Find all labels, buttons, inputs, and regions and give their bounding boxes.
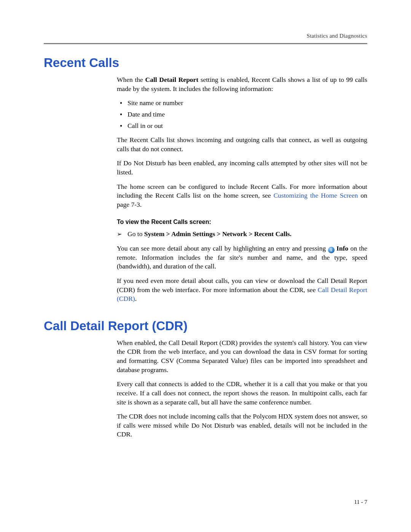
- paragraph: Every call that connects is added to the…: [117, 380, 367, 407]
- paragraph: If Do Not Disturb has been enabled, any …: [117, 159, 367, 177]
- bold-term: Call Detail Report: [145, 76, 199, 83]
- section1-body: When the Call Detail Report setting is e…: [117, 75, 367, 304]
- top-rule: [44, 43, 367, 44]
- paragraph: The home screen can be configured to inc…: [117, 182, 367, 209]
- step-item: ➢ Go to System > Admin Settings > Networ…: [117, 230, 367, 239]
- paragraph: The CDR does not include incoming calls …: [117, 412, 367, 439]
- list-item: Site name or number: [117, 99, 367, 108]
- info-bullet-list: Site name or number Date and time Call i…: [117, 99, 367, 130]
- section2-body: When enabled, the Call Detail Report (CD…: [117, 339, 367, 439]
- intro-paragraph: When the Call Detail Report setting is e…: [117, 75, 367, 93]
- subheading-view-recent-calls: To view the Recent Calls screen:: [117, 218, 367, 226]
- info-icon: i: [328, 247, 335, 253]
- heading-recent-calls: Recent Calls: [44, 56, 367, 70]
- paragraph: When enabled, the Call Detail Report (CD…: [117, 339, 367, 375]
- page-number: 11 - 7: [354, 499, 367, 505]
- text: When the: [117, 76, 145, 83]
- text: .: [135, 295, 137, 302]
- page: Statistics and Diagnostics Recent Calls …: [0, 0, 411, 532]
- info-label: Info: [335, 244, 349, 252]
- nav-path: System > Admin Settings > Network > Rece…: [144, 230, 292, 238]
- heading-cdr: Call Detail Report (CDR): [44, 319, 367, 333]
- paragraph: You can see more detail about any call b…: [117, 244, 367, 271]
- paragraph: If you need even more detail about calls…: [117, 276, 367, 304]
- text: Go to: [127, 230, 144, 238]
- text: You can see more detail about any call b…: [117, 244, 328, 252]
- paragraph: The Recent Calls list shows incoming and…: [117, 136, 367, 153]
- list-item: Call in or out: [117, 121, 367, 131]
- link-customizing-home-screen[interactable]: Customizing the Home Screen: [274, 192, 358, 199]
- step-arrow-icon: ➢: [117, 230, 122, 238]
- list-item: Date and time: [117, 110, 367, 119]
- running-head: Statistics and Diagnostics: [44, 33, 367, 39]
